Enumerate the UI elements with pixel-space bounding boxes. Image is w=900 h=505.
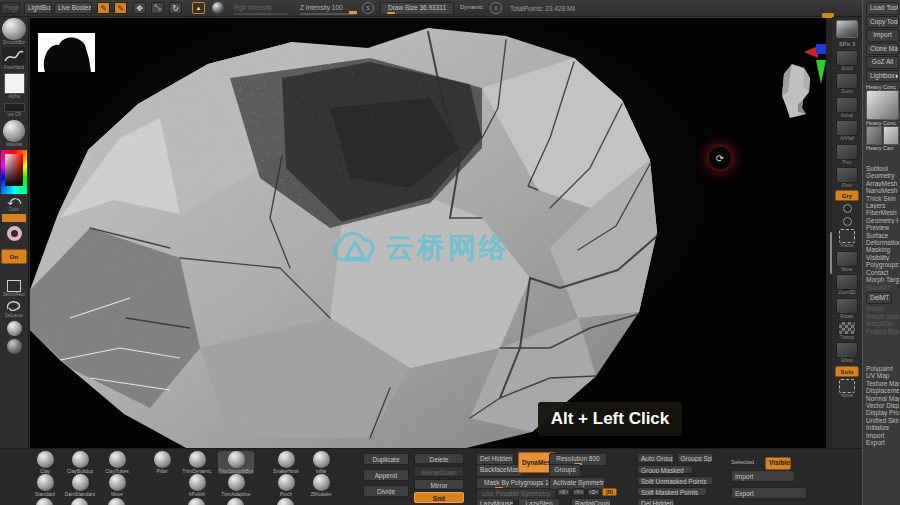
right-shelf-scroll[interactable]: Scroll <box>836 50 858 71</box>
groups-button[interactable]: Groups <box>549 464 581 477</box>
subpalette-polygroups[interactable]: Polygroups <box>866 261 899 268</box>
ring-widget[interactable] <box>0 226 28 241</box>
zoom3d-icon[interactable] <box>836 274 858 290</box>
subpalette-arraymesh[interactable]: ArrayMesh <box>866 180 899 187</box>
prev-icon[interactable] <box>836 144 858 160</box>
current-brush-thumbnail[interactable]: SmoothBor <box>0 18 28 45</box>
import-button[interactable]: Import <box>731 470 795 482</box>
active-tool-thumbnail[interactable] <box>866 90 899 120</box>
right-shelf-aahalf[interactable]: AAHalf <box>836 120 858 141</box>
mergedown-button[interactable]: MergeDown <box>414 466 464 477</box>
transp-icon[interactable] <box>838 321 856 335</box>
rotate-button[interactable]: ↻ <box>169 2 182 14</box>
select-rect[interactable]: SelectRect <box>0 280 28 297</box>
shelf-circle-icon[interactable] <box>843 204 852 213</box>
material-selector[interactable]: Material <box>0 120 28 147</box>
smt-button[interactable]: Smt <box>414 492 464 503</box>
brush-partial[interactable] <box>277 498 294 505</box>
backfacemask-button[interactable]: BackfaceMask <box>476 464 522 477</box>
subpalette-surface[interactable]: Surface <box>866 232 899 239</box>
draw-size-slider[interactable]: Draw Size 36.93311 <box>380 2 454 15</box>
brush-claytubes[interactable]: ClayTubes <box>99 451 135 474</box>
import-button[interactable]: Import <box>866 29 899 42</box>
subpalette-export[interactable]: Export <box>866 439 899 446</box>
radialcount-slider[interactable]: RadialCount <box>571 498 611 505</box>
floor-icon[interactable] <box>836 167 858 183</box>
brush-claybuildup[interactable]: ClayBuildup <box>62 451 98 474</box>
move-icon[interactable] <box>836 251 858 267</box>
split-unmasked-points-button[interactable]: Split Unmasked Points <box>637 476 713 485</box>
dynamic-label[interactable]: Dynamic <box>460 4 483 16</box>
delmt-button[interactable]: DelMT <box>866 292 892 305</box>
sat-val-square[interactable] <box>5 154 23 186</box>
subpalette-normal-map[interactable]: Normal Map <box>866 395 899 402</box>
lazymouse-button[interactable]: LazyMouse <box>476 498 514 505</box>
groups-split-button[interactable]: Groups Split <box>677 453 714 463</box>
subpalette-contact[interactable]: Contact <box>866 269 899 276</box>
sym-axis--x-[interactable]: >X< <box>557 488 570 496</box>
subpalette-import[interactable]: Import <box>866 432 899 439</box>
subpalette-unified-skin[interactable]: Unified Skin <box>866 417 899 424</box>
split-masked-points-button[interactable]: Split Masked Points <box>637 487 707 496</box>
scroll-icon[interactable] <box>836 50 858 66</box>
load-tool-button[interactable]: Load Tool <box>866 2 899 15</box>
subpalette-uv-map[interactable]: UV Map <box>866 372 899 379</box>
subpalette-preview[interactable]: Preview <box>866 224 899 231</box>
subpalette-deformation[interactable]: Deformation <box>866 239 899 246</box>
shelf-circle-icon[interactable] <box>843 217 852 226</box>
subpalette-morph-target[interactable]: Morph Target <box>866 276 899 283</box>
move-button[interactable]: ✥ <box>133 2 146 14</box>
right-shelf-move[interactable]: Move <box>836 251 858 272</box>
right-shelf-rotate[interactable]: Rotate <box>836 298 858 319</box>
clone-ma-button[interactable]: Clone Ma <box>866 43 899 56</box>
storemt-button[interactable]: StoreMT <box>866 284 899 291</box>
page-button[interactable]: Page <box>0 2 20 14</box>
subpalette-polypaint[interactable]: Polypaint <box>866 365 899 372</box>
actual-icon[interactable] <box>836 97 858 113</box>
document-canvas[interactable]: ⟳ 云桥网络 Alt + Left Click <box>30 17 826 448</box>
brush-partial[interactable] <box>188 498 205 505</box>
brush-partial[interactable] <box>227 498 244 505</box>
brush-damstandard[interactable]: DamStandard <box>62 474 98 497</box>
right-shelf-frame[interactable]: Frame <box>839 229 855 248</box>
right-shelf-item[interactable] <box>843 203 852 214</box>
subpalette-vector-disp[interactable]: Vector Disp <box>866 402 899 409</box>
stroke-selector[interactable]: FreeHand <box>0 47 28 70</box>
right-shelf-solo[interactable]: Solo <box>835 366 859 377</box>
right-shelf-ghost[interactable]: Ghost <box>836 342 858 363</box>
right-shelf-transp[interactable]: Transp <box>838 321 856 340</box>
lightbox--button[interactable]: Lightbox► <box>866 70 899 83</box>
brush-move[interactable]: Move <box>99 474 135 497</box>
brush-trimsmoothbor[interactable]: TrimSmoothBor <box>218 451 254 474</box>
goz-all-button[interactable]: GoZ All <box>866 56 899 69</box>
subpalette-initialize[interactable]: Initialize <box>866 424 899 431</box>
brush-partial[interactable] <box>71 498 88 505</box>
duplicate-button[interactable]: Duplicate <box>363 453 409 465</box>
zoom-icon[interactable] <box>836 73 858 89</box>
group-masked-button[interactable]: Group Masked <box>637 465 693 474</box>
divide-button[interactable]: Divide <box>363 485 409 497</box>
solo-button[interactable]: Solo <box>835 366 859 377</box>
right-shelf-zoom[interactable]: Zoom <box>836 73 858 94</box>
scale-button[interactable]: ⤡ <box>151 2 164 14</box>
shelf-tool-1[interactable] <box>0 321 28 336</box>
z-intensity-track[interactable] <box>300 13 356 15</box>
mode-on-button[interactable]: On <box>1 249 27 264</box>
right-shelf-prev[interactable]: Prev <box>836 144 858 165</box>
recent-tool-cylinder[interactable] <box>866 126 882 145</box>
brush-zmodeler[interactable]: ZModeler <box>303 474 339 497</box>
select-lasso[interactable]: SelLasso <box>0 299 28 318</box>
shelf-tool-2[interactable] <box>0 339 28 354</box>
auto-groups-button[interactable]: Auto Groups <box>637 453 674 463</box>
right-shelf-spix-3[interactable]: SPix 3 <box>839 40 855 48</box>
live-boolean-button[interactable]: Live Boolean <box>54 2 92 14</box>
subpalette-displacement[interactable]: Displacement <box>866 387 899 394</box>
export-button[interactable]: Export <box>731 487 807 499</box>
ghost-icon[interactable] <box>836 342 858 358</box>
subpalette-thick-skin[interactable]: Thick Skin <box>866 195 899 202</box>
brush-inflat[interactable]: Inflat <box>303 451 339 474</box>
append-button[interactable]: Append <box>363 469 409 481</box>
rotate-icon[interactable] <box>836 298 858 314</box>
brush-trimdynamic[interactable]: TrimDynamic <box>179 451 215 474</box>
right-shelf-item[interactable] <box>836 20 858 38</box>
